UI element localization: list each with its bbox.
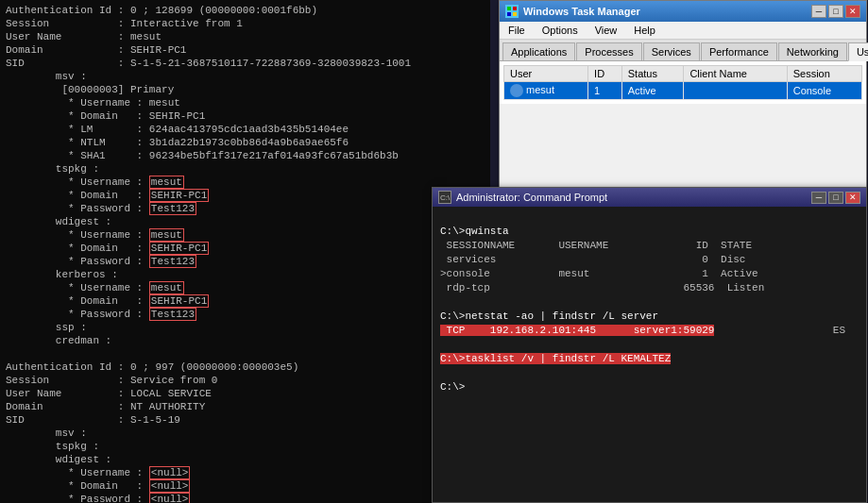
term-line-35: * Username : <null> (6, 466, 485, 479)
table-row[interactable]: mesut 1 Active Console (504, 82, 862, 100)
close-button[interactable]: ✕ (845, 5, 860, 18)
menu-help[interactable]: Help (631, 24, 658, 37)
highlight-null-wdigest-user: <null> (149, 466, 191, 479)
highlight-wdigest-user: mesut (149, 228, 184, 242)
cmd-header: SESSIONNAME USERNAME ID STATE (440, 239, 859, 253)
cmd-close-button[interactable]: ✕ (845, 192, 860, 204)
term-line-5: SID : S-1-5-21-3687510117-722887369-3280… (6, 57, 485, 70)
term-line-30: Domain : NT AUTHORITY (6, 400, 485, 413)
cmd-netstat-result: TCP 192.168.2.101:445 server1:59029 ES (440, 324, 859, 338)
term-line-4: Domain : SEHIR-PC1 (6, 43, 485, 57)
cmd-blank1 (440, 210, 859, 225)
cmd-titlebar-left: C:\ Administrator: Command Prompt (438, 191, 607, 204)
task-manager-window: Windows Task Manager ─ □ ✕ File Options … (499, 0, 867, 198)
cell-user: mesut (504, 82, 588, 100)
cmd-services: services 0 Disc (440, 253, 859, 267)
highlight-kerb-pass: Test123 (149, 308, 196, 321)
tab-applications[interactable]: Applications (502, 42, 575, 60)
col-header-id: ID (588, 66, 622, 82)
maximize-button[interactable]: □ (828, 5, 843, 18)
cmd-blank3 (440, 338, 859, 352)
cmd-qwinsta: C:\>qwinsta (440, 225, 859, 239)
term-line-32: msv : (6, 427, 485, 440)
highlight-kerb-domain: SEHIR-PC1 (149, 294, 209, 308)
cmd-minimize-button[interactable]: ─ (811, 192, 826, 204)
cmd-title: Administrator: Command Prompt (456, 192, 607, 203)
term-line-29: User Name : LOCAL SERVICE (6, 387, 485, 400)
term-line-13: tspkg : (6, 162, 485, 176)
highlight-null-wdigest-pass: <null> (149, 493, 191, 503)
term-line-23: * Domain : SEHIR-PC1 (6, 294, 485, 308)
cmd-highlight-tasklist: C:\>tasklist /v | findstr /L KEMALTEZ (440, 353, 671, 364)
term-line-17: wdigest : (6, 215, 485, 228)
cmd-maximize-button[interactable]: □ (828, 192, 843, 204)
svg-rect-2 (507, 12, 511, 16)
minimize-button[interactable]: ─ (811, 5, 826, 18)
term-line-blank1 (6, 347, 485, 360)
term-line-37: * Password : <null> (6, 493, 485, 503)
user-icon (510, 84, 523, 97)
cmd-icon: C:\ (438, 191, 451, 204)
cmd-window-controls[interactable]: ─ □ ✕ (811, 192, 860, 204)
term-line-28: Session : Service from 0 (6, 374, 485, 387)
task-manager-titlebar: Windows Task Manager ─ □ ✕ (500, 1, 866, 22)
cell-session: Console (787, 82, 861, 100)
cmd-blank2 (440, 295, 859, 310)
term-line-27: Authentication Id : 0 ; 997 (00000000:00… (6, 360, 485, 374)
task-manager-menubar: File Options View Help (500, 22, 866, 40)
tab-performance[interactable]: Performance (701, 42, 777, 60)
cell-status: Active (621, 82, 684, 100)
tab-users[interactable]: Users (848, 42, 868, 61)
cell-client-name (684, 82, 787, 100)
col-header-session: Session (787, 66, 861, 82)
cmd-rdp: rdp-tcp 65536 Listen (440, 281, 859, 295)
cmd-netstat-cmd: C:\>netstat -ao | findstr /L server (440, 310, 859, 324)
term-line-6: msv : (6, 70, 485, 83)
menu-options[interactable]: Options (539, 24, 581, 37)
menu-file[interactable]: File (505, 24, 528, 37)
term-line-12: * SHA1 : 96234be5bf1f317e217af014a93fc67… (6, 149, 485, 162)
term-line-8: * Username : mesut (6, 96, 485, 109)
cmd-body: C:\>qwinsta SESSIONNAME USERNAME ID STAT… (433, 207, 866, 502)
col-header-status: Status (621, 66, 684, 82)
term-line-33: tspkg : (6, 440, 485, 453)
svg-rect-1 (513, 7, 517, 10)
terminal-pane: Authentication Id : 0 ; 128699 (00000000… (0, 0, 490, 503)
term-line-34: wdigest : (6, 453, 485, 466)
cell-id: 1 (588, 82, 622, 100)
task-manager-title: Windows Task Manager (523, 6, 640, 17)
cmd-blank4 (440, 366, 859, 380)
term-line-20: * Password : Test123 (6, 255, 485, 268)
term-line-19: * Domain : SEHIR-PC1 (6, 242, 485, 255)
tab-services[interactable]: Services (643, 42, 700, 60)
highlight-tspkg-pass: Test123 (149, 202, 196, 215)
term-line-3: User Name : mesut (6, 30, 485, 43)
term-line-18: * Username : mesut (6, 228, 485, 242)
table-header-row: User ID Status Client Name Session (504, 66, 862, 82)
term-line-25: ssp : (6, 321, 485, 334)
cmd-tasklist-cmd: C:\>tasklist /v | findstr /L KEMALTEZ (440, 352, 859, 366)
term-line-24: * Password : Test123 (6, 308, 485, 321)
cmd-highlight-netstat: TCP 192.168.2.101:445 server1:59029 (440, 325, 714, 336)
menu-view[interactable]: View (592, 24, 621, 37)
highlight-wdigest-domain: SEHIR-PC1 (149, 242, 209, 255)
users-table: User ID Status Client Name Session mesut… (503, 65, 862, 100)
task-manager-icon (505, 5, 519, 18)
term-line-16: * Password : Test123 (6, 202, 485, 215)
tm-window-controls[interactable]: ─ □ ✕ (811, 5, 860, 18)
cmd-titlebar: C:\ Administrator: Command Prompt ─ □ ✕ (433, 188, 866, 207)
tab-processes[interactable]: Processes (576, 42, 641, 60)
term-line-31: SID : S-1-5-19 (6, 413, 485, 427)
highlight-wdigest-pass: Test123 (149, 255, 196, 268)
tab-networking[interactable]: Networking (778, 42, 847, 60)
col-header-user: User (504, 66, 588, 82)
task-manager-tabs: Applications Processes Services Performa… (500, 40, 866, 61)
highlight-kerb-user: mesut (149, 281, 184, 294)
highlight-tspkg-user: mesut (149, 176, 184, 189)
term-line-10: * LM : 624aac413795cdc1aad3b435b51404ee (6, 123, 485, 136)
svg-rect-3 (513, 12, 517, 16)
term-line-1: Authentication Id : 0 ; 128699 (00000000… (6, 4, 485, 17)
term-line-22: * Username : mesut (6, 281, 485, 294)
svg-rect-0 (507, 7, 511, 10)
term-line-21: kerberos : (6, 268, 485, 281)
